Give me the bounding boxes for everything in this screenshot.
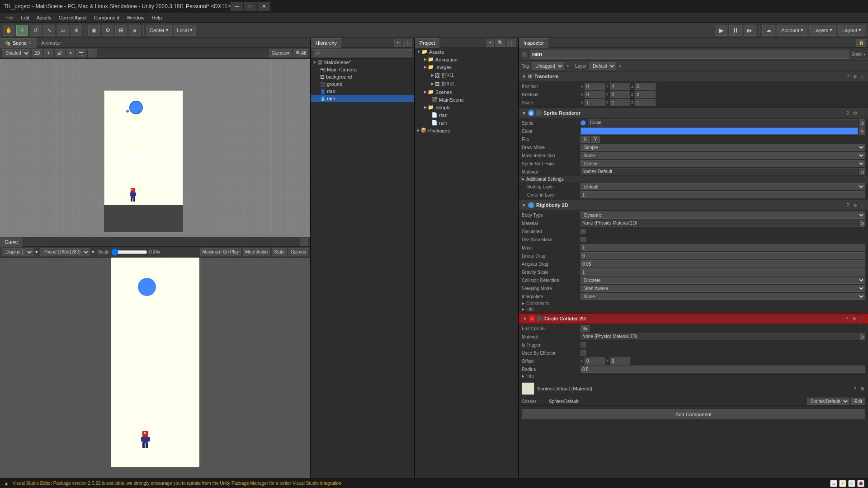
settings-tool[interactable]: ⚙	[102, 25, 113, 36]
material-select-btn[interactable]: ⊙	[859, 168, 865, 175]
hier-item-rain[interactable]: 💧 rain	[311, 95, 414, 102]
local-button[interactable]: Local ▾	[174, 25, 196, 36]
hier-item-rtan[interactable]: 👤 rtan	[311, 88, 414, 95]
flip-y-btn[interactable]: Y	[591, 136, 600, 143]
circle-collider2d-enabled[interactable]	[537, 316, 542, 321]
transform-help-btn[interactable]: ?	[844, 73, 851, 80]
object-active-checkbox[interactable]	[522, 52, 527, 57]
gravity-scale-input[interactable]	[580, 268, 865, 276]
interpolate-select[interactable]: None	[580, 293, 865, 300]
scene-extra-button[interactable]: ⋯	[88, 49, 97, 57]
gizmos-button[interactable]: Gizmos ▾	[269, 49, 292, 57]
scene-viewport[interactable]	[0, 59, 310, 237]
transform-settings-btn[interactable]: ⚙	[852, 73, 858, 80]
transform-header[interactable]: ▼ ⊞ Transform ? ⚙ ⋮	[519, 71, 868, 81]
2d-button[interactable]: 2D	[32, 49, 42, 57]
tab-inspector[interactable]: Inspector	[519, 38, 548, 48]
object-name-input[interactable]	[530, 50, 849, 59]
proj-scenes[interactable]: ▶ 📁 Scenes	[415, 88, 518, 96]
mass-input[interactable]	[580, 244, 865, 251]
shader-select[interactable]: Sprites/Default	[807, 398, 849, 405]
sorting-layer-select[interactable]: Default	[580, 183, 865, 190]
center-button[interactable]: Center ▾	[146, 25, 172, 36]
rigidbody2d-menu-btn[interactable]: ⋮	[859, 202, 865, 208]
hier-item-background[interactable]: 🖼 background	[311, 73, 414, 80]
proj-images[interactable]: ▶ 📁 Images	[415, 63, 518, 71]
circle-collider2d-settings-btn[interactable]: ⚙	[851, 315, 857, 322]
rb-info-row[interactable]: ▶ Info	[519, 306, 868, 312]
layout-button[interactable]: Layout ▾	[838, 25, 865, 36]
pause-button[interactable]: ⏸	[729, 25, 742, 36]
collab-icon[interactable]: ☁	[830, 480, 837, 487]
shading-select[interactable]: Shaded	[2, 49, 30, 57]
hier-item-maincamera[interactable]: 📷 Main Camera	[311, 66, 414, 73]
move-tool[interactable]: ✛	[16, 25, 28, 36]
constraints-row[interactable]: ▶ Constraints	[519, 300, 868, 306]
scale-z-input[interactable]	[635, 99, 656, 106]
cc-material-select-btn[interactable]: ⊙	[859, 333, 865, 340]
menu-component[interactable]: Component	[90, 14, 123, 21]
menu-assets[interactable]: Assets	[33, 14, 55, 21]
collision-detection-select[interactable]: Discrete	[580, 277, 865, 284]
stats-btn[interactable]: Stats	[272, 248, 287, 256]
rb-material-select-btn[interactable]: ⊙	[859, 220, 865, 227]
rect-tool[interactable]: ▭	[57, 25, 69, 36]
layer-select[interactable]: Default	[589, 62, 616, 70]
sprite-renderer-help-btn[interactable]: ?	[844, 110, 851, 116]
edit-collider-btn[interactable]: 4e	[580, 325, 590, 332]
menu-window[interactable]: Window	[123, 14, 148, 21]
proj-scripts[interactable]: ▶ 📁 Scripts	[415, 103, 518, 111]
hier-item-mainscene[interactable]: ▼ 🎬 MainScene*	[311, 59, 414, 66]
inspector-lock-btn[interactable]: 🔒	[856, 39, 866, 47]
collab-state-icon[interactable]: ⊕	[848, 480, 855, 487]
game-menu-btn[interactable]: ⋮	[300, 238, 308, 246]
position-x-input[interactable]	[585, 83, 605, 90]
scale-tool[interactable]: ⤡	[43, 25, 55, 36]
is-trigger-checkbox[interactable]	[580, 342, 586, 347]
play-button[interactable]: ▶	[715, 25, 727, 36]
sprite-renderer-enabled[interactable]	[536, 110, 542, 116]
menu-help[interactable]: Help	[148, 14, 165, 21]
rigidbody2d-settings-btn[interactable]: ⚙	[852, 202, 858, 208]
transform-tool[interactable]: ⊕	[71, 25, 82, 36]
layers-button[interactable]: Layers ▾	[809, 25, 836, 36]
proj-mainscene[interactable]: 🎬 MainScene	[415, 96, 518, 103]
extra-tool[interactable]: ≡	[129, 25, 141, 36]
order-in-layer-input[interactable]	[580, 191, 865, 198]
tag-select[interactable]: Untagged	[532, 62, 564, 70]
color-swatch[interactable]	[580, 127, 858, 135]
scene-tab-close[interactable]: ✕	[28, 41, 32, 45]
edit-shader-btn[interactable]: Edit	[851, 398, 865, 405]
sprite-select-btn[interactable]: ⊙	[859, 119, 865, 127]
tab-hierarchy[interactable]: Hierarchy	[311, 38, 341, 48]
position-y-input[interactable]	[610, 83, 630, 90]
mask-interaction-select[interactable]: None	[580, 152, 865, 159]
menu-gameobject[interactable]: GameObject	[55, 14, 90, 21]
hierarchy-menu-btn[interactable]: ⋮	[403, 39, 412, 47]
proj-assets[interactable]: ▼ 📁 Assets	[415, 48, 518, 56]
material-help-btn[interactable]: ?	[852, 385, 858, 392]
display-select[interactable]: Display 1	[2, 248, 33, 256]
rotate-tool[interactable]: ↺	[30, 25, 42, 36]
scale-slider[interactable]	[111, 249, 147, 256]
circle-collider2d-help-btn[interactable]: ?	[844, 315, 850, 322]
maximize-button[interactable]: □	[244, 2, 257, 11]
offset-x-input[interactable]	[585, 357, 605, 365]
sprite-renderer-header[interactable]: ▼ ▣ Sprite Renderer ? ⚙ ⋮	[519, 108, 868, 118]
cloud-build-icon[interactable]: ⚡	[839, 480, 846, 487]
hierarchy-search-input[interactable]	[313, 49, 412, 57]
proj-rain-script[interactable]: 📄 rain	[415, 119, 518, 127]
additional-settings-header[interactable]: ▶ Additional Settings	[519, 176, 868, 183]
project-add-btn[interactable]: +	[486, 39, 494, 47]
radius-input[interactable]	[580, 366, 865, 373]
step-button[interactable]: ⏭	[744, 25, 756, 36]
angular-drag-input[interactable]	[580, 260, 865, 267]
proj-han2[interactable]: ▶ 🖼 한이2	[415, 80, 518, 88]
tab-project[interactable]: Project	[415, 38, 439, 48]
rotation-z-input[interactable]	[635, 91, 656, 98]
tab-game[interactable]: Game	[0, 237, 23, 247]
audio-button[interactable]: 🔊	[55, 49, 65, 57]
flip-x-btn[interactable]: X	[580, 136, 590, 143]
hand-tool[interactable]: ✋	[3, 25, 14, 36]
proj-rtan-script[interactable]: 📄 rtan	[415, 111, 518, 119]
